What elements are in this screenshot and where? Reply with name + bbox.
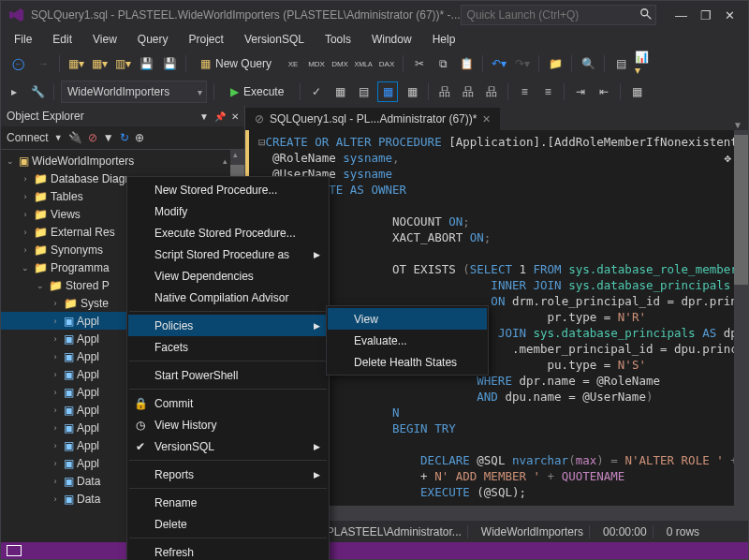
- dmx-button[interactable]: DMX: [330, 54, 349, 73]
- window-layout-icon[interactable]: [7, 545, 22, 556]
- context-item[interactable]: Rename: [128, 492, 328, 513]
- panel-pin-icon[interactable]: 📌: [214, 111, 226, 122]
- tree-db-node[interactable]: WideWorldImporters: [32, 155, 134, 168]
- tree-item[interactable]: Appl: [77, 332, 99, 346]
- save-button[interactable]: 💾: [137, 54, 155, 73]
- menu-versionsql[interactable]: VersionSQL: [235, 30, 314, 49]
- editor-scrollbar-thumb[interactable]: [734, 135, 748, 285]
- context-item[interactable]: 🔒Commit: [128, 392, 328, 414]
- dax-button[interactable]: DAX: [377, 54, 396, 73]
- tab-dropdown-icon[interactable]: ▼: [727, 120, 748, 130]
- xmla-button[interactable]: XE: [284, 54, 302, 73]
- context-item[interactable]: View Dependencies: [128, 265, 328, 287]
- menu-tools[interactable]: Tools: [316, 30, 360, 49]
- context-item[interactable]: Script Stored Procedure as▶: [128, 243, 328, 265]
- submenu-item-view[interactable]: View: [328, 308, 487, 330]
- paste-button[interactable]: 📋: [457, 54, 476, 73]
- context-item[interactable]: New Stored Procedure...: [128, 179, 328, 200]
- tab-close-icon[interactable]: ✕: [482, 113, 491, 125]
- menu-file[interactable]: File: [5, 30, 41, 49]
- context-item[interactable]: Policies▶: [128, 315, 328, 336]
- tab-pin-icon[interactable]: ⊘: [255, 112, 264, 125]
- context-item[interactable]: Refresh: [128, 541, 328, 560]
- menu-query[interactable]: Query: [128, 30, 178, 49]
- context-item[interactable]: ◷View History: [128, 414, 328, 435]
- redo-button[interactable]: ↷▾: [513, 54, 532, 73]
- specify-values-button[interactable]: ▦: [627, 82, 646, 101]
- filter-button[interactable]: ▼: [103, 131, 114, 144]
- stats-button[interactable]: 品: [482, 82, 501, 101]
- refresh-button[interactable]: ↻: [120, 131, 129, 144]
- results-grid-button[interactable]: ▦: [330, 82, 349, 101]
- context-item[interactable]: Execute Stored Procedure...: [128, 222, 328, 243]
- connect-dropdown-icon[interactable]: ▼: [54, 133, 63, 142]
- xmla2-button[interactable]: XMLA: [354, 54, 373, 73]
- tree-item[interactable]: Appl: [77, 404, 99, 417]
- editor-tab-active[interactable]: ⊘ SQLQuery1.sql - PL...Administrator (67…: [245, 108, 500, 130]
- uncomment-button[interactable]: ≡: [538, 82, 557, 101]
- tree-item[interactable]: Data: [77, 493, 100, 506]
- editor-scrollbar[interactable]: [734, 130, 748, 506]
- results-file-button[interactable]: ▦: [377, 81, 398, 102]
- comment-button[interactable]: ≡: [515, 82, 534, 101]
- menu-view[interactable]: View: [83, 30, 126, 49]
- find-button[interactable]: 🔍: [579, 54, 597, 73]
- indent-button[interactable]: ⇥: [571, 82, 590, 101]
- tree-item[interactable]: Appl: [77, 421, 99, 435]
- tree-item-selected[interactable]: Appl: [77, 315, 99, 328]
- open-button[interactable]: ▦▾: [90, 54, 109, 73]
- quick-launch[interactable]: [461, 5, 656, 25]
- outdent-button[interactable]: ⇤: [595, 82, 613, 101]
- copy-button[interactable]: ⧉: [433, 54, 452, 73]
- cut-button[interactable]: ✂: [410, 54, 429, 73]
- submenu-item-evaluate[interactable]: Evaluate...: [328, 330, 487, 351]
- undo-button[interactable]: ↶▾: [490, 54, 508, 73]
- nav-back-button[interactable]: ◯←: [5, 54, 29, 73]
- menu-window[interactable]: Window: [362, 30, 421, 49]
- registered-button[interactable]: ▤: [611, 54, 630, 73]
- parse-button[interactable]: 🔧: [28, 82, 47, 101]
- new-query-button[interactable]: ▦New Query: [193, 52, 279, 75]
- tree-folder[interactable]: Programma: [51, 261, 110, 274]
- panel-dropdown-icon[interactable]: ▼: [199, 111, 209, 122]
- split-icon[interactable]: ✥: [724, 150, 731, 166]
- search-icon[interactable]: [639, 7, 653, 21]
- context-item[interactable]: Reports▶: [128, 464, 328, 485]
- database-dropdown[interactable]: WideWorldImporters: [61, 81, 207, 103]
- live-stats-button[interactable]: 品: [459, 82, 477, 101]
- activity-monitor-button[interactable]: ⊕: [135, 131, 144, 144]
- quick-launch-input[interactable]: [461, 5, 656, 25]
- context-item[interactable]: Start PowerShell: [128, 364, 328, 386]
- disconnect-button[interactable]: 🔌: [68, 131, 82, 144]
- folder-button[interactable]: 📁: [546, 54, 565, 73]
- close-button[interactable]: ✕: [725, 8, 735, 22]
- tree-item[interactable]: Appl: [77, 350, 99, 363]
- estimated-plan-button[interactable]: 品: [435, 82, 454, 101]
- panel-close-icon[interactable]: ✕: [231, 111, 239, 122]
- minimize-button[interactable]: ―: [675, 8, 687, 22]
- results-text-button[interactable]: ▤: [354, 82, 373, 101]
- context-item[interactable]: Modify: [128, 200, 328, 222]
- menu-edit[interactable]: Edit: [43, 30, 81, 49]
- menu-project[interactable]: Project: [180, 30, 233, 49]
- tree-folder[interactable]: Tables: [51, 190, 83, 203]
- tree-folder[interactable]: Syste: [81, 297, 109, 310]
- nav-fwd-button[interactable]: →: [34, 54, 52, 73]
- check-button[interactable]: ✓: [307, 82, 326, 101]
- open-file-button[interactable]: ▥▾: [113, 54, 132, 73]
- menu-help[interactable]: Help: [423, 30, 465, 49]
- tree-item[interactable]: Appl: [77, 368, 99, 381]
- stop-button[interactable]: ⊘: [88, 131, 97, 144]
- restore-button[interactable]: ❐: [700, 8, 712, 22]
- tree-folder-sp[interactable]: Stored P: [66, 279, 110, 292]
- include-plan-button[interactable]: ▦: [403, 82, 421, 101]
- tree-folder[interactable]: Synonyms: [51, 243, 103, 257]
- mdx-button[interactable]: MDX: [307, 54, 326, 73]
- context-item[interactable]: Facets: [128, 336, 328, 358]
- tree-folder[interactable]: External Res: [51, 226, 115, 239]
- activity-button[interactable]: 📊▾: [635, 54, 654, 73]
- context-item[interactable]: Delete: [128, 513, 328, 535]
- tree-folder[interactable]: Views: [51, 208, 81, 221]
- connect-label[interactable]: Connect: [7, 131, 49, 144]
- context-item[interactable]: Native Compilation Advisor: [128, 287, 328, 308]
